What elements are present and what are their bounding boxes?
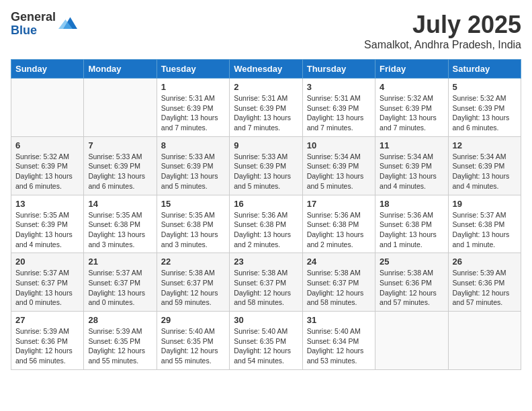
day-info: Sunrise: 5:35 AM Sunset: 6:38 PM Dayligh…	[88, 210, 152, 250]
day-of-week-header: Thursday	[302, 60, 375, 79]
day-info: Sunrise: 5:34 AM Sunset: 6:39 PM Dayligh…	[453, 152, 517, 191]
day-info: Sunrise: 5:39 AM Sunset: 6:36 PM Dayligh…	[453, 268, 517, 308]
day-number: 18	[380, 199, 443, 209]
day-number: 2	[234, 82, 298, 92]
calendar-cell: 12Sunrise: 5:34 AM Sunset: 6:39 PM Dayli…	[448, 136, 521, 195]
day-number: 29	[161, 315, 225, 325]
day-number: 10	[307, 140, 371, 150]
day-info: Sunrise: 5:34 AM Sunset: 6:39 PM Dayligh…	[307, 152, 371, 191]
day-info: Sunrise: 5:39 AM Sunset: 6:36 PM Dayligh…	[15, 326, 79, 366]
calendar-cell: 14Sunrise: 5:35 AM Sunset: 6:38 PM Dayli…	[84, 195, 157, 253]
day-number: 1	[161, 82, 225, 92]
day-number: 15	[161, 199, 225, 209]
day-number: 30	[234, 315, 298, 325]
calendar-cell: 31Sunrise: 5:40 AM Sunset: 6:34 PM Dayli…	[302, 312, 375, 370]
calendar-cell: 9Sunrise: 5:33 AM Sunset: 6:39 PM Daylig…	[230, 136, 302, 195]
calendar-cell: 17Sunrise: 5:36 AM Sunset: 6:38 PM Dayli…	[302, 195, 375, 253]
calendar-cell: 18Sunrise: 5:36 AM Sunset: 6:38 PM Dayli…	[375, 195, 448, 253]
calendar-cell: 11Sunrise: 5:34 AM Sunset: 6:39 PM Dayli…	[375, 136, 448, 195]
day-number: 24	[307, 257, 371, 267]
day-info: Sunrise: 5:39 AM Sunset: 6:35 PM Dayligh…	[88, 326, 152, 366]
day-info: Sunrise: 5:38 AM Sunset: 6:37 PM Dayligh…	[234, 268, 298, 308]
calendar-cell: 22Sunrise: 5:38 AM Sunset: 6:37 PM Dayli…	[157, 253, 229, 312]
calendar-cell: 3Sunrise: 5:31 AM Sunset: 6:39 PM Daylig…	[302, 79, 375, 137]
day-number: 13	[15, 199, 79, 209]
day-info: Sunrise: 5:38 AM Sunset: 6:36 PM Dayligh…	[380, 268, 443, 308]
calendar-week-row: 13Sunrise: 5:35 AM Sunset: 6:39 PM Dayli…	[11, 195, 521, 253]
day-number: 3	[307, 82, 371, 92]
calendar-cell: 25Sunrise: 5:38 AM Sunset: 6:36 PM Dayli…	[375, 253, 448, 312]
day-info: Sunrise: 5:33 AM Sunset: 6:39 PM Dayligh…	[88, 152, 152, 191]
day-info: Sunrise: 5:38 AM Sunset: 6:37 PM Dayligh…	[161, 268, 225, 308]
calendar-header-row: SundayMondayTuesdayWednesdayThursdayFrid…	[11, 60, 521, 79]
day-number: 22	[161, 257, 225, 267]
day-info: Sunrise: 5:31 AM Sunset: 6:39 PM Dayligh…	[307, 93, 371, 133]
day-info: Sunrise: 5:37 AM Sunset: 6:38 PM Dayligh…	[453, 210, 517, 250]
calendar-cell	[448, 312, 521, 370]
day-info: Sunrise: 5:31 AM Sunset: 6:39 PM Dayligh…	[234, 93, 298, 133]
day-number: 17	[307, 199, 371, 209]
day-info: Sunrise: 5:34 AM Sunset: 6:39 PM Dayligh…	[380, 152, 443, 191]
day-info: Sunrise: 5:40 AM Sunset: 6:34 PM Dayligh…	[307, 326, 371, 366]
calendar-cell: 24Sunrise: 5:38 AM Sunset: 6:37 PM Dayli…	[302, 253, 375, 312]
calendar-cell: 27Sunrise: 5:39 AM Sunset: 6:36 PM Dayli…	[11, 312, 84, 370]
day-info: Sunrise: 5:37 AM Sunset: 6:37 PM Dayligh…	[15, 268, 79, 308]
calendar-cell: 4Sunrise: 5:32 AM Sunset: 6:39 PM Daylig…	[375, 79, 448, 137]
day-number: 16	[234, 199, 298, 209]
day-info: Sunrise: 5:31 AM Sunset: 6:39 PM Dayligh…	[161, 93, 225, 133]
day-number: 26	[453, 257, 517, 267]
location-title: Samalkot, Andhra Pradesh, India	[364, 39, 521, 51]
day-number: 23	[234, 257, 298, 267]
day-number: 11	[380, 140, 443, 150]
logo: General Blue	[11, 11, 77, 38]
day-of-week-header: Friday	[375, 60, 448, 79]
calendar-week-row: 1Sunrise: 5:31 AM Sunset: 6:39 PM Daylig…	[11, 79, 521, 137]
logo-blue: Blue	[11, 24, 56, 38]
day-of-week-header: Tuesday	[157, 60, 229, 79]
calendar-cell: 19Sunrise: 5:37 AM Sunset: 6:38 PM Dayli…	[448, 195, 521, 253]
day-info: Sunrise: 5:35 AM Sunset: 6:38 PM Dayligh…	[161, 210, 225, 250]
day-info: Sunrise: 5:36 AM Sunset: 6:38 PM Dayligh…	[307, 210, 371, 250]
calendar-cell: 16Sunrise: 5:36 AM Sunset: 6:38 PM Dayli…	[230, 195, 302, 253]
day-number: 20	[15, 257, 79, 267]
day-number: 27	[15, 315, 79, 325]
day-of-week-header: Monday	[84, 60, 157, 79]
calendar-cell: 1Sunrise: 5:31 AM Sunset: 6:39 PM Daylig…	[157, 79, 229, 137]
day-info: Sunrise: 5:37 AM Sunset: 6:37 PM Dayligh…	[88, 268, 152, 308]
logo-icon	[58, 15, 77, 34]
calendar-cell: 7Sunrise: 5:33 AM Sunset: 6:39 PM Daylig…	[84, 136, 157, 195]
calendar-cell: 21Sunrise: 5:37 AM Sunset: 6:37 PM Dayli…	[84, 253, 157, 312]
calendar-cell: 29Sunrise: 5:40 AM Sunset: 6:35 PM Dayli…	[157, 312, 229, 370]
day-number: 25	[380, 257, 443, 267]
day-info: Sunrise: 5:32 AM Sunset: 6:39 PM Dayligh…	[15, 152, 79, 191]
day-number: 5	[453, 82, 517, 92]
day-info: Sunrise: 5:32 AM Sunset: 6:39 PM Dayligh…	[380, 93, 443, 133]
calendar-cell: 8Sunrise: 5:33 AM Sunset: 6:39 PM Daylig…	[157, 136, 229, 195]
day-info: Sunrise: 5:33 AM Sunset: 6:39 PM Dayligh…	[234, 152, 298, 191]
day-number: 14	[88, 199, 152, 209]
calendar-cell: 28Sunrise: 5:39 AM Sunset: 6:35 PM Dayli…	[84, 312, 157, 370]
month-title: July 2025	[364, 11, 521, 39]
calendar-cell: 30Sunrise: 5:40 AM Sunset: 6:35 PM Dayli…	[230, 312, 302, 370]
day-number: 9	[234, 140, 298, 150]
page-header: General Blue July 2025 Samalkot, Andhra …	[11, 11, 521, 51]
day-of-week-header: Wednesday	[230, 60, 302, 79]
day-info: Sunrise: 5:33 AM Sunset: 6:39 PM Dayligh…	[161, 152, 225, 191]
day-info: Sunrise: 5:36 AM Sunset: 6:38 PM Dayligh…	[380, 210, 443, 250]
day-number: 4	[380, 82, 443, 92]
day-number: 6	[15, 140, 79, 150]
day-number: 7	[88, 140, 152, 150]
calendar-week-row: 27Sunrise: 5:39 AM Sunset: 6:36 PM Dayli…	[11, 312, 521, 370]
day-info: Sunrise: 5:32 AM Sunset: 6:39 PM Dayligh…	[453, 93, 517, 133]
day-number: 8	[161, 140, 225, 150]
calendar-cell: 20Sunrise: 5:37 AM Sunset: 6:37 PM Dayli…	[11, 253, 84, 312]
calendar-cell	[11, 79, 84, 137]
calendar-cell: 23Sunrise: 5:38 AM Sunset: 6:37 PM Dayli…	[230, 253, 302, 312]
calendar-table: SundayMondayTuesdayWednesdayThursdayFrid…	[11, 59, 521, 370]
calendar-cell: 2Sunrise: 5:31 AM Sunset: 6:39 PM Daylig…	[230, 79, 302, 137]
day-number: 31	[307, 315, 371, 325]
day-info: Sunrise: 5:40 AM Sunset: 6:35 PM Dayligh…	[234, 326, 298, 366]
calendar-cell: 13Sunrise: 5:35 AM Sunset: 6:39 PM Dayli…	[11, 195, 84, 253]
day-info: Sunrise: 5:40 AM Sunset: 6:35 PM Dayligh…	[161, 326, 225, 366]
day-of-week-header: Sunday	[11, 60, 84, 79]
